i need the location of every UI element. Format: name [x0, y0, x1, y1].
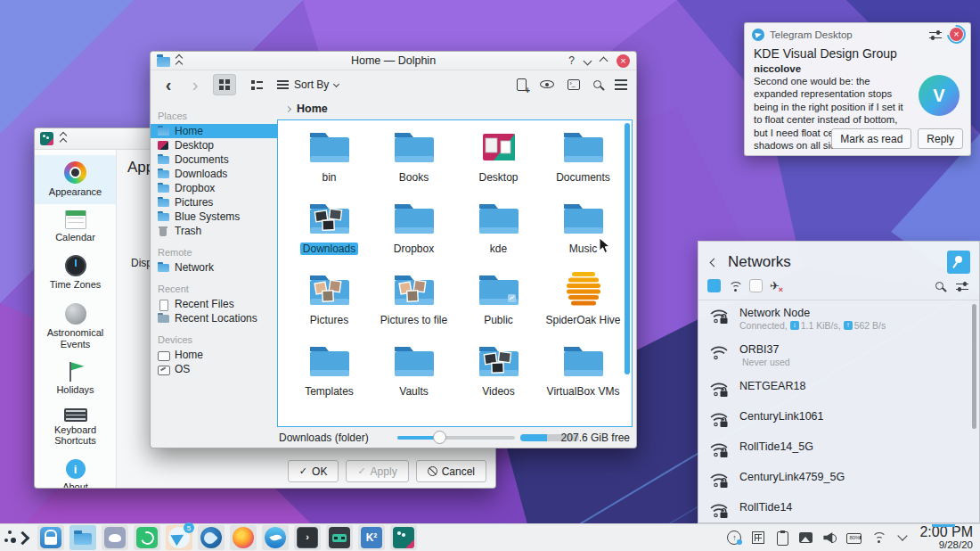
search-icon[interactable] — [935, 282, 943, 290]
airplane-mode-checkbox[interactable] — [749, 279, 763, 292]
tray-icon[interactable] — [726, 530, 742, 546]
wifi-enabled-checkbox[interactable] — [707, 279, 721, 292]
file-item[interactable]: Pictures — [287, 268, 372, 340]
places-entry[interactable]: Recent — [151, 281, 277, 297]
tray-icon[interactable] — [798, 530, 814, 546]
settings-sidebar-item[interactable]: Time Zones — [35, 249, 116, 297]
places-entry[interactable]: Network — [151, 260, 277, 275]
places-entry[interactable]: Dropbox — [151, 181, 277, 195]
file-item[interactable]: Videos — [456, 340, 541, 411]
taskbar-app[interactable] — [69, 525, 96, 550]
network-item[interactable]: NETGEAR18 ↓ ↑ — [698, 373, 979, 403]
back-button[interactable]: ‹ — [159, 74, 177, 95]
places-entry[interactable]: Blue Systems — [151, 210, 277, 224]
places-entry[interactable]: Home — [151, 124, 277, 138]
file-item[interactable]: Dropbox — [372, 197, 456, 268]
details-view-button[interactable] — [245, 74, 268, 95]
places-entry[interactable]: Documents — [151, 152, 277, 167]
file-item[interactable] — [372, 411, 456, 427]
shade-window-icon[interactable] — [176, 55, 182, 67]
file-item[interactable]: Public — [456, 268, 541, 340]
mark-as-read-button[interactable]: Mark as read — [831, 128, 911, 149]
places-entry[interactable]: Devices — [151, 332, 277, 348]
file-item[interactable]: bin — [287, 126, 372, 197]
help-icon[interactable]: ? — [568, 54, 575, 67]
digital-clock[interactable]: 2:00 PM 9/28/20 — [916, 525, 980, 551]
file-item[interactable] — [287, 411, 372, 427]
taskbar-app[interactable] — [262, 525, 289, 550]
maximize-icon[interactable] — [600, 56, 608, 65]
settings-sidebar-item[interactable]: Appearance — [35, 155, 116, 204]
places-entry[interactable]: OS — [151, 362, 277, 376]
network-item[interactable]: Network Node Connected, ↓1.1 KiB/s, ↑562… — [698, 300, 979, 336]
places-entry[interactable]: Trash — [151, 224, 277, 238]
folder-view[interactable]: bin — [277, 119, 633, 427]
taskbar-app[interactable] — [390, 525, 417, 550]
places-entry[interactable]: Remote — [151, 244, 277, 260]
file-item[interactable]: Documents — [541, 126, 625, 197]
taskbar-app[interactable] — [230, 525, 257, 550]
places-entry[interactable]: Desktop — [151, 138, 277, 152]
taskbar-app[interactable]: 5 — [166, 525, 192, 550]
file-item[interactable]: Pictures to file — [372, 268, 456, 340]
places-entry[interactable]: Places — [151, 108, 277, 124]
scrollbar[interactable] — [625, 123, 630, 374]
taskbar-app[interactable] — [134, 525, 160, 550]
file-item[interactable]: Templates — [287, 340, 372, 411]
apply-button[interactable]: ✓ Apply — [346, 460, 408, 482]
settings-sidebar-item[interactable]: Holidays — [35, 356, 116, 402]
file-item[interactable]: Desktop — [456, 126, 541, 197]
tray-icon[interactable] — [774, 530, 790, 546]
file-item[interactable]: Downloads — [287, 197, 372, 268]
forward-button[interactable]: › — [186, 74, 204, 95]
shade-window-icon[interactable] — [61, 133, 66, 144]
network-item[interactable]: CenturyLink4759_5G ↓ ↑ — [698, 464, 979, 494]
places-entry[interactable]: Recent Files — [151, 297, 277, 311]
hamburger-icon[interactable] — [615, 79, 627, 81]
preview-icon[interactable] — [540, 80, 554, 88]
file-item[interactable]: VirtualBox VMs — [541, 340, 625, 411]
new-document-icon[interactable] — [517, 78, 527, 91]
search-icon[interactable] — [593, 80, 601, 88]
taskbar-app[interactable] — [5, 525, 32, 550]
taskbar-app[interactable] — [198, 525, 225, 550]
scrollbar[interactable] — [972, 304, 976, 429]
tray-icon[interactable] — [894, 530, 911, 546]
file-item[interactable]: Vaults — [372, 340, 456, 411]
breadcrumb[interactable]: Home — [277, 98, 633, 119]
network-item[interactable]: CenturyLink1061 ↓ ↑ — [698, 403, 979, 433]
taskbar-app[interactable] — [294, 525, 321, 550]
minimize-icon[interactable] — [584, 56, 592, 65]
back-icon[interactable] — [710, 258, 719, 267]
icons-view-button[interactable] — [213, 74, 236, 95]
network-settings-icon[interactable] — [956, 282, 968, 291]
network-item[interactable]: RollTide14_5G ↓ ↑ — [698, 433, 979, 464]
file-item[interactable]: Books — [372, 126, 456, 197]
cancel-button[interactable]: Cancel — [416, 460, 486, 482]
slider-knob[interactable] — [433, 431, 446, 444]
tray-icon[interactable] — [822, 530, 838, 546]
places-entry[interactable]: Pictures — [151, 195, 277, 210]
settings-sidebar-item[interactable]: About — [35, 453, 116, 488]
taskbar-app[interactable] — [37, 525, 64, 550]
places-entry[interactable]: Recent Locations — [151, 311, 277, 325]
taskbar-app[interactable] — [358, 525, 385, 550]
terminal-icon[interactable] — [568, 79, 580, 90]
notification-close-button[interactable] — [950, 28, 963, 41]
file-item[interactable]: kde — [456, 197, 541, 268]
network-item[interactable]: RollTide14 ↓ ↑ — [698, 494, 979, 522]
file-item[interactable]: Music — [541, 197, 625, 268]
taskbar-app[interactable] — [102, 525, 128, 550]
file-item[interactable]: SpiderOak Hive — [541, 268, 625, 340]
zoom-slider[interactable] — [397, 436, 515, 440]
settings-sidebar-item[interactable]: Keyboard Shortcuts — [35, 402, 116, 453]
settings-sidebar-item[interactable]: Astronomical Events — [35, 297, 116, 356]
close-icon[interactable] — [617, 54, 630, 68]
taskbar-app[interactable] — [326, 525, 353, 550]
tray-icon[interactable]: 80% — [846, 530, 862, 546]
places-entry[interactable]: Home — [151, 348, 277, 362]
sort-by-button[interactable]: Sort By — [277, 78, 339, 91]
tray-icon[interactable] — [750, 530, 766, 546]
notification-settings-icon[interactable] — [929, 30, 942, 39]
pin-button[interactable] — [947, 251, 970, 274]
